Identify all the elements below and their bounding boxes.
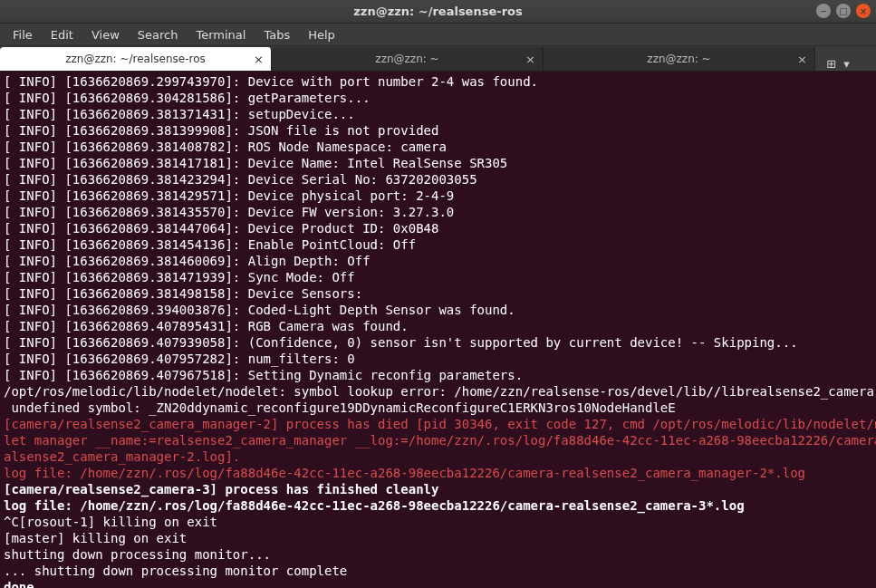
terminal-line: [ INFO] [1636620869.381408782]: ROS Node… [4, 139, 872, 155]
terminal-line: log file: /home/zzn/.ros/log/fa88d46e-42… [4, 497, 872, 514]
terminal-line: /opt/ros/melodic/lib/nodelet/nodelet: sy… [4, 383, 872, 400]
terminal-line: [ INFO] [1636620869.381435570]: Device F… [4, 204, 872, 220]
tab-label: zzn@zzn: ~/realsense-ros [65, 53, 206, 65]
terminal-line: [camera/realsense2_camera-3] process has… [4, 481, 872, 497]
tab-extras: ⊞ ▾ [815, 57, 861, 71]
tab-2[interactable]: zzn@zzn: ~ × [272, 47, 544, 71]
window-controls: − □ × [816, 4, 871, 18]
terminal-line: [ INFO] [1636620869.299743970]: Device w… [4, 73, 872, 90]
terminal-line: [camera/realsense2_camera_manager-2] pro… [4, 416, 872, 432]
tab-label: zzn@zzn: ~ [647, 53, 710, 65]
terminal-line: ... shutting down processing monitor com… [4, 563, 872, 579]
terminal-line: alsense2_camera_manager-2.log]. [4, 448, 872, 465]
terminal-line: undefined symbol: _ZN20ddynamic_reconfig… [4, 400, 872, 416]
window-titlebar: zzn@zzn: ~/realsense-ros − □ × [0, 0, 876, 24]
terminal-line: ^C[rosout-1] killing on exit [4, 514, 872, 530]
terminal-line: [ INFO] [1636620869.381423294]: Device S… [4, 171, 872, 188]
menu-tabs[interactable]: Tabs [256, 25, 297, 44]
terminal-line: [ INFO] [1636620869.407939058]: (Confide… [4, 334, 872, 351]
menu-file[interactable]: File [5, 25, 40, 44]
terminal-output[interactable]: [ INFO] [1636620869.299743970]: Device w… [0, 72, 876, 588]
minimize-button[interactable]: − [816, 4, 831, 18]
terminal-line: let manager __name:=realsense2_camera_ma… [4, 432, 872, 448]
close-button[interactable]: × [856, 4, 871, 18]
menu-search[interactable]: Search [130, 25, 186, 44]
terminal-line: [ INFO] [1636620869.394003876]: Coded-Li… [4, 302, 872, 318]
terminal-line: [ INFO] [1636620869.407957282]: num_filt… [4, 351, 872, 367]
maximize-button[interactable]: □ [836, 4, 851, 18]
tab-1[interactable]: zzn@zzn: ~/realsense-ros × [0, 47, 272, 71]
minimize-icon: − [820, 6, 827, 16]
maximize-icon: □ [839, 6, 847, 16]
terminal-line: done [4, 579, 872, 588]
menu-edit[interactable]: Edit [43, 25, 81, 44]
terminal-line: [ INFO] [1636620869.381371431]: setupDev… [4, 106, 872, 122]
tab-close-icon[interactable]: × [254, 53, 264, 66]
terminal-line: shutting down processing monitor... [4, 546, 872, 563]
tab-menu-icon[interactable]: ▾ [843, 57, 850, 71]
tab-bar: zzn@zzn: ~/realsense-ros × zzn@zzn: ~ × … [0, 46, 876, 72]
terminal-line: [ INFO] [1636620869.407967518]: Setting … [4, 367, 872, 383]
terminal-line: [ INFO] [1636620869.407895431]: RGB Came… [4, 318, 872, 334]
menu-bar: File Edit View Search Terminal Tabs Help [0, 24, 876, 46]
terminal-line: log file: /home/zzn/.ros/log/fa88d46e-42… [4, 465, 872, 481]
menu-help[interactable]: Help [301, 25, 342, 44]
terminal-line: [ INFO] [1636620869.381471939]: Sync Mod… [4, 269, 872, 285]
tab-label: zzn@zzn: ~ [375, 53, 438, 65]
window-title: zzn@zzn: ~/realsense-ros [353, 5, 522, 18]
menu-terminal[interactable]: Terminal [188, 25, 253, 44]
terminal-line: [ INFO] [1636620869.381417181]: Device N… [4, 155, 872, 171]
terminal-line: [ INFO] [1636620869.381399908]: JSON fil… [4, 122, 872, 139]
terminal-line: [ INFO] [1636620869.304281586]: getParam… [4, 90, 872, 106]
terminal-line: [ INFO] [1636620869.381498158]: Device S… [4, 285, 872, 302]
tab-close-icon[interactable]: × [525, 53, 535, 66]
new-tab-icon[interactable]: ⊞ [826, 57, 836, 71]
terminal-line: [ INFO] [1636620869.381460069]: Align De… [4, 253, 872, 269]
close-icon: × [860, 6, 867, 16]
tab-close-icon[interactable]: × [797, 53, 807, 66]
menu-view[interactable]: View [84, 25, 127, 44]
terminal-line: [ INFO] [1636620869.381454136]: Enable P… [4, 236, 872, 253]
tab-3[interactable]: zzn@zzn: ~ × [544, 47, 815, 71]
terminal-line: [ INFO] [1636620869.381447064]: Device P… [4, 220, 872, 236]
terminal-line: [ INFO] [1636620869.381429571]: Device p… [4, 188, 872, 204]
terminal-line: [master] killing on exit [4, 530, 872, 546]
